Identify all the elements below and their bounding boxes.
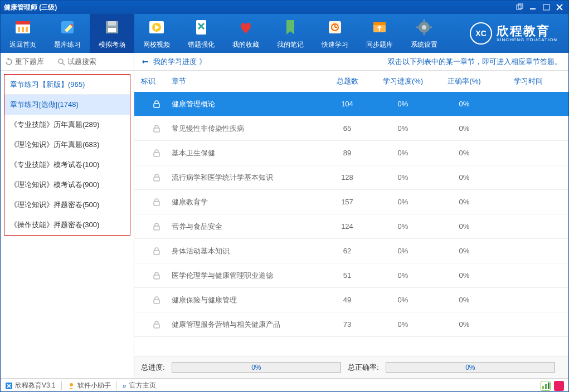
table-row[interactable]: 身体活动基本知识620%0% bbox=[134, 239, 568, 263]
svg-point-29 bbox=[59, 59, 63, 63]
sidebar-item-3[interactable]: 《理论知识》历年真题(683) bbox=[4, 135, 130, 155]
toolbar-9[interactable]: 系统设置 bbox=[402, 14, 446, 53]
main-toolbar: 返回首页题库练习模拟考场网校视频错题强化我的收藏我的笔记快速学习同步题库系统设置… bbox=[1, 14, 568, 53]
sidebar: 重下题库 试题搜索 章节练习【新版】(965)章节练习[选做](1748)《专业… bbox=[1, 53, 134, 378]
toolbar-7[interactable]: 快速学习 bbox=[313, 14, 357, 53]
table-row[interactable]: 医学伦理学与健康管理职业道德510%0% bbox=[134, 263, 568, 288]
statusbar: 欣程教育V3.1 软件小助手 » 官方主页 bbox=[1, 378, 568, 392]
correct-pct: 0% bbox=[434, 271, 495, 280]
progress-pct: 0% bbox=[372, 173, 434, 182]
table-row[interactable]: 健康教育学1570%0% bbox=[134, 190, 568, 214]
toolbar-1[interactable]: 题库练习 bbox=[45, 14, 90, 53]
toolbar-icon-5 bbox=[236, 18, 255, 37]
table-row[interactable]: 常见慢性非传染性疾病650%0% bbox=[134, 116, 568, 141]
table-row[interactable]: 健康保险与健康管理490%0% bbox=[134, 288, 568, 312]
lock-icon bbox=[141, 222, 172, 231]
titlebar: 健康管理师 (三级) bbox=[1, 1, 568, 14]
sidebar-item-2[interactable]: 《专业技能》历年真题(289) bbox=[4, 115, 130, 135]
restore-down-icon[interactable] bbox=[515, 3, 525, 11]
svg-line-30 bbox=[62, 63, 65, 65]
svg-rect-1 bbox=[518, 4, 523, 8]
correct-pct: 0% bbox=[434, 124, 495, 133]
sidebar-item-5[interactable]: 《理论知识》模考试卷(900) bbox=[4, 175, 130, 195]
correct-pct: 0% bbox=[434, 100, 495, 108]
progress-pct: 0% bbox=[372, 247, 434, 255]
chapter-name: 健康保险与健康管理 bbox=[172, 295, 322, 305]
correct-pct: 0% bbox=[434, 149, 495, 157]
toolbar-icon-4 bbox=[192, 18, 211, 37]
toolbar-6[interactable]: 我的笔记 bbox=[268, 14, 313, 53]
toolbar-icon-3 bbox=[147, 18, 166, 37]
correct-pct: 0% bbox=[434, 173, 495, 182]
lock-icon bbox=[141, 247, 172, 256]
close-icon[interactable] bbox=[555, 3, 565, 11]
chapter-name: 流行病学和医学统计学基本知识 bbox=[172, 173, 322, 183]
table-row[interactable]: 基本卫生保健890%0% bbox=[134, 141, 568, 165]
sidebar-item-0[interactable]: 章节练习【新版】(965) bbox=[4, 75, 130, 95]
reset-db-button[interactable]: 重下题库 bbox=[5, 57, 51, 67]
toolbar-8[interactable]: 同步题库 bbox=[357, 14, 402, 53]
toolbar-icon-8 bbox=[370, 18, 389, 37]
table-row[interactable]: 流行病学和医学统计学基本知识1280%0% bbox=[134, 165, 568, 190]
chapter-name: 营养与食品安全 bbox=[172, 222, 322, 232]
table-row[interactable]: 营养与食品安全1240%0% bbox=[134, 214, 568, 239]
total-count: 51 bbox=[322, 271, 372, 280]
correct-pct: 0% bbox=[434, 222, 495, 231]
stats-icon[interactable] bbox=[541, 381, 551, 391]
svg-rect-32 bbox=[154, 128, 159, 132]
lock-icon bbox=[141, 124, 172, 133]
table-row[interactable]: 健康管理概论1040%0% bbox=[134, 92, 568, 116]
table-row[interactable]: 健康管理服务营销与相关健康产品730%0% bbox=[134, 312, 568, 337]
total-correct-bar: 0% bbox=[386, 362, 555, 373]
app-icon bbox=[5, 382, 13, 390]
svg-rect-7 bbox=[16, 21, 30, 24]
svg-rect-37 bbox=[154, 251, 159, 254]
my-progress-link[interactable]: 我的学习进度 》 bbox=[141, 57, 206, 67]
maximize-icon[interactable] bbox=[542, 3, 552, 11]
total-count: 49 bbox=[322, 296, 372, 304]
lock-icon bbox=[141, 173, 172, 182]
toolbar-icon-9 bbox=[415, 18, 434, 37]
progress-pct: 0% bbox=[372, 271, 434, 280]
toolbar-3[interactable]: 网校视频 bbox=[134, 14, 179, 53]
progress-pct: 0% bbox=[372, 296, 434, 304]
correct-pct: 0% bbox=[434, 198, 495, 206]
lock-icon bbox=[141, 198, 172, 207]
lock-icon bbox=[141, 296, 172, 305]
svg-rect-38 bbox=[154, 275, 159, 279]
toolbar-5[interactable]: 我的收藏 bbox=[223, 14, 268, 53]
progress-pct: 0% bbox=[372, 320, 434, 329]
toolbar-2[interactable]: 模拟考场 bbox=[90, 14, 134, 53]
svg-rect-33 bbox=[154, 153, 159, 156]
settings-shortcut-icon[interactable] bbox=[554, 381, 564, 391]
lock-icon bbox=[141, 149, 172, 158]
sidebar-item-7[interactable]: 《操作技能》押题密卷(300) bbox=[4, 215, 130, 235]
sidebar-item-4[interactable]: 《专业技能》模考试卷(100) bbox=[4, 155, 130, 175]
toolbar-icon-1 bbox=[58, 18, 77, 37]
col-chapter: 章节 bbox=[172, 76, 322, 86]
svg-rect-45 bbox=[548, 383, 549, 389]
svg-rect-39 bbox=[154, 300, 159, 303]
sidebar-item-1[interactable]: 章节练习[选做](1748) bbox=[4, 95, 130, 115]
toolbar-4[interactable]: 错题强化 bbox=[179, 14, 223, 53]
official-home-link[interactable]: 官方主页 bbox=[129, 381, 156, 390]
helper-link[interactable]: 软件小助手 bbox=[77, 381, 111, 390]
toolbar-0[interactable]: 返回首页 bbox=[1, 14, 45, 53]
lock-icon bbox=[141, 100, 172, 109]
lock-icon bbox=[141, 320, 172, 329]
col-total: 总题数 bbox=[322, 76, 372, 86]
chapter-name: 健康教育学 bbox=[172, 197, 322, 207]
search-button[interactable]: 试题搜索 bbox=[57, 57, 103, 67]
progress-pct: 0% bbox=[372, 149, 434, 157]
total-count: 89 bbox=[322, 149, 372, 157]
toolbar-icon-0 bbox=[13, 18, 32, 37]
minimize-icon[interactable] bbox=[528, 3, 538, 11]
col-time: 学习时间 bbox=[495, 76, 562, 86]
svg-rect-0 bbox=[517, 5, 521, 9]
sidebar-item-6[interactable]: 《理论知识》押题密卷(500) bbox=[4, 195, 130, 215]
total-correct-label: 总正确率: bbox=[348, 362, 379, 373]
svg-rect-10 bbox=[26, 27, 28, 32]
correct-pct: 0% bbox=[434, 296, 495, 304]
progress-pct: 0% bbox=[372, 100, 434, 108]
chapter-name: 健康管理概论 bbox=[172, 99, 322, 109]
